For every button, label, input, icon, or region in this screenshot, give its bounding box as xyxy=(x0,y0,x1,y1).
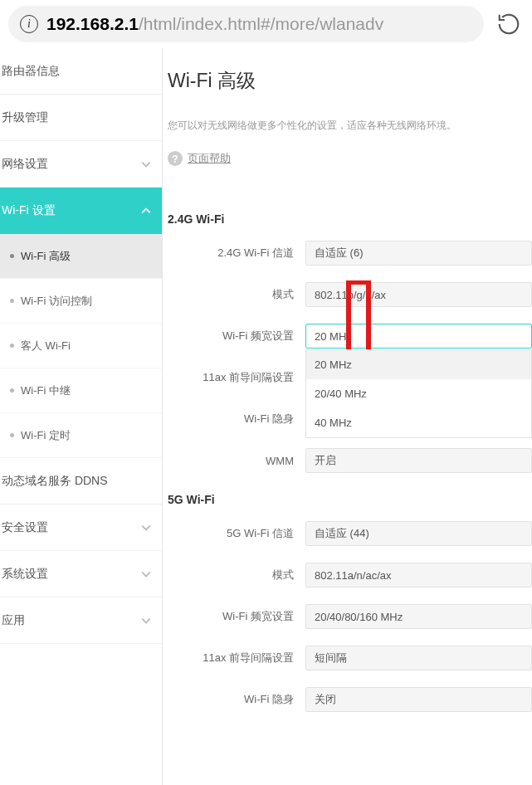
field-24g-bandwidth: Wi-Fi 频宽设置 20 MHz 20 MHz 20/40 MHz 40 MH… xyxy=(163,324,532,349)
sidebar-sub-wifi-timer[interactable]: Wi-Fi 定时 xyxy=(0,413,162,458)
url-rest: /html/index.html#/more/wlanadv xyxy=(139,14,383,34)
sidebar-sub-label: Wi-Fi 中继 xyxy=(21,383,71,398)
sidebar-item-label: 系统设置 xyxy=(0,567,48,582)
content: 路由器信息 升级管理 网络设置 Wi-Fi 设置 Wi-Fi 高级 Wi-Fi … xyxy=(0,48,532,785)
field-24g-wmm: WMM 开启 xyxy=(163,448,532,473)
sidebar-item-wifi[interactable]: Wi-Fi 设置 xyxy=(0,188,162,234)
select-value: 开启 xyxy=(315,453,336,468)
select-5g-mode[interactable]: 802.11a/n/ac/ax xyxy=(305,563,532,588)
select-value: 802.11a/n/ac/ax xyxy=(315,569,392,582)
chevron-down-icon xyxy=(140,158,152,170)
field-label: Wi-Fi 隐身 xyxy=(163,692,305,707)
page-help-label: 页面帮助 xyxy=(188,151,231,166)
bullet-icon xyxy=(10,433,14,437)
select-5g-channel[interactable]: 自适应 (44) xyxy=(305,521,532,546)
select-value: 短间隔 xyxy=(315,651,347,666)
section-24g-title: 2.4G Wi-Fi xyxy=(163,212,532,226)
address-bar: i 192.168.2.1/html/index.html#/more/wlan… xyxy=(0,0,532,48)
help-icon: ? xyxy=(168,151,183,166)
select-5g-hide[interactable]: 关闭 xyxy=(305,687,532,712)
sidebar-item-security[interactable]: 安全设置 xyxy=(0,505,162,551)
sidebar-item-apps[interactable]: 应用 xyxy=(0,597,162,644)
sidebar-item-label: 路由器信息 xyxy=(0,64,60,79)
select-24g-bandwidth[interactable]: 20 MHz 20 MHz 20/40 MHz 40 MHz xyxy=(305,324,532,349)
chevron-down-icon xyxy=(140,615,152,627)
field-5g-gi: 11ax 前导间隔设置 短间隔 xyxy=(163,646,532,670)
sidebar-sub-label: Wi-Fi 定时 xyxy=(21,428,71,443)
sidebar-item-label: 安全设置 xyxy=(0,520,48,535)
sidebar-item-upgrade[interactable]: 升级管理 xyxy=(0,95,162,141)
bullet-icon xyxy=(10,254,14,258)
field-label: Wi-Fi 频宽设置 xyxy=(163,609,305,624)
select-value: 自适应 (6) xyxy=(315,246,364,261)
sidebar-item-network[interactable]: 网络设置 xyxy=(0,141,162,188)
field-24g-channel: 2.4G Wi-Fi 信道 自适应 (6) xyxy=(163,241,532,266)
bullet-icon xyxy=(10,299,14,303)
sidebar-item-label: 网络设置 xyxy=(0,157,48,172)
sidebar-sub-label: 客人 Wi-Fi xyxy=(21,339,71,353)
sidebar-sub-wifi-repeat[interactable]: Wi-Fi 中继 xyxy=(0,368,162,413)
field-24g-mode: 模式 802.11b/g/n/ax xyxy=(163,282,532,307)
sidebar-item-label: Wi-Fi 设置 xyxy=(0,203,56,218)
select-5g-gi[interactable]: 短间隔 xyxy=(305,646,532,670)
field-label: 11ax 前导间隔设置 xyxy=(163,651,305,666)
sidebar-sub-wifi-acl[interactable]: Wi-Fi 访问控制 xyxy=(0,279,162,324)
field-label: 模式 xyxy=(163,287,305,302)
url-host: 192.168.2.1 xyxy=(46,14,139,34)
sidebar-item-routerinfo[interactable]: 路由器信息 xyxy=(0,48,162,95)
select-value: 802.11b/g/n/ax xyxy=(315,289,386,301)
dropdown-option[interactable]: 20/40 MHz xyxy=(306,379,531,408)
sidebar-sub-wifi-advanced[interactable]: Wi-Fi 高级 xyxy=(0,234,162,279)
page-title: Wi-Fi 高级 xyxy=(163,68,532,94)
sidebar-item-label: 升级管理 xyxy=(0,110,48,125)
url-field[interactable]: i 192.168.2.1/html/index.html#/more/wlan… xyxy=(8,6,484,42)
select-value: 20/40/80/160 MHz xyxy=(315,611,403,623)
dropdown-option[interactable]: 20 MHz xyxy=(306,350,531,379)
sidebar-item-label: 应用 xyxy=(0,613,25,628)
field-5g-channel: 5G Wi-Fi 信道 自适应 (44) xyxy=(163,521,532,546)
chevron-down-icon xyxy=(140,568,152,580)
main-panel: Wi-Fi 高级 您可以对无线网络做更多个性化的设置，适应各种无线网络环境。 ?… xyxy=(163,48,532,785)
page-help-link[interactable]: ? 页面帮助 xyxy=(163,151,532,166)
field-label: 模式 xyxy=(163,568,305,583)
field-5g-bandwidth: Wi-Fi 频宽设置 20/40/80/160 MHz xyxy=(163,604,532,629)
select-24g-wmm[interactable]: 开启 xyxy=(305,448,532,473)
field-5g-mode: 模式 802.11a/n/ac/ax xyxy=(163,563,532,588)
sidebar-item-system[interactable]: 系统设置 xyxy=(0,551,162,597)
select-24g-channel[interactable]: 自适应 (6) xyxy=(305,241,532,266)
bullet-icon xyxy=(10,344,14,348)
field-label: 11ax 前导间隔设置 xyxy=(163,370,305,385)
sidebar-item-label: 动态域名服务 DDNS xyxy=(0,474,108,489)
select-5g-bandwidth[interactable]: 20/40/80/160 MHz xyxy=(305,604,532,629)
select-value: 关闭 xyxy=(315,692,336,707)
field-label: 2.4G Wi-Fi 信道 xyxy=(163,246,305,261)
field-label: Wi-Fi 隐身 xyxy=(163,412,305,427)
select-value: 20 MHz xyxy=(315,330,352,343)
page-desc: 您可以对无线网络做更多个性化的设置，适应各种无线网络环境。 xyxy=(163,119,532,133)
field-label: 5G Wi-Fi 信道 xyxy=(163,526,305,541)
sidebar: 路由器信息 升级管理 网络设置 Wi-Fi 设置 Wi-Fi 高级 Wi-Fi … xyxy=(0,48,163,785)
select-24g-mode[interactable]: 802.11b/g/n/ax xyxy=(305,282,532,307)
field-label: Wi-Fi 频宽设置 xyxy=(163,329,305,344)
field-label: WMM xyxy=(163,455,305,467)
field-5g-hide: Wi-Fi 隐身 关闭 xyxy=(163,687,532,712)
sidebar-sub-label: Wi-Fi 访问控制 xyxy=(21,294,92,309)
dropdown-24g-bandwidth: 20 MHz 20/40 MHz 40 MHz xyxy=(305,349,532,438)
info-icon: i xyxy=(20,15,38,33)
select-value: 自适应 (44) xyxy=(315,526,369,541)
section-5g-title: 5G Wi-Fi xyxy=(163,493,532,506)
sidebar-sub-wifi-guest[interactable]: 客人 Wi-Fi xyxy=(0,324,162,368)
sidebar-sub-label: Wi-Fi 高级 xyxy=(21,249,71,264)
dropdown-option[interactable]: 40 MHz xyxy=(306,408,531,437)
reload-icon[interactable] xyxy=(494,9,524,39)
bullet-icon xyxy=(10,388,14,392)
sidebar-item-ddns[interactable]: 动态域名服务 DDNS xyxy=(0,458,162,505)
chevron-down-icon xyxy=(140,522,152,534)
chevron-up-icon xyxy=(140,205,152,217)
